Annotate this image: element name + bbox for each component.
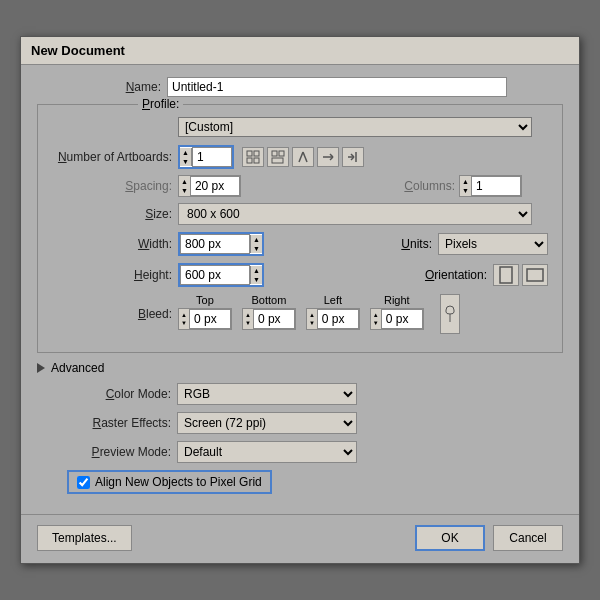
svg-rect-2	[247, 158, 252, 163]
spacing-row: Spacing: ▲ ▼ Columns: ▲ ▼	[48, 175, 552, 197]
height-up[interactable]: ▲	[251, 266, 262, 275]
bleed-top-down[interactable]: ▼	[179, 319, 189, 327]
bleed-left-spinner: ▲ ▼	[306, 308, 360, 330]
width-down[interactable]: ▼	[251, 244, 262, 253]
artboards-up-arrow[interactable]: ▲	[180, 148, 191, 157]
bleed-top-value[interactable]	[189, 309, 231, 329]
orientation-label: Orientation:	[413, 268, 493, 282]
name-label: Name:	[37, 80, 167, 94]
bleed-label: Bleed:	[48, 307, 178, 321]
bleed-right-up[interactable]: ▲	[371, 311, 381, 319]
width-value[interactable]	[180, 234, 250, 254]
bleed-left-item: Left ▲ ▼	[306, 294, 360, 334]
bleed-bottom-spinner: ▲ ▼	[242, 308, 296, 330]
color-mode-select[interactable]: RGB	[177, 383, 357, 405]
grid-icon-3[interactable]	[292, 147, 314, 167]
advanced-section: Advanced Color Mode: RGB Raster Effects:…	[37, 361, 563, 494]
bleed-top-up[interactable]: ▲	[179, 311, 189, 319]
pixel-grid-label[interactable]: Align New Objects to Pixel Grid	[95, 475, 262, 489]
templates-button[interactable]: Templates...	[37, 525, 132, 551]
columns-spinner-btn[interactable]: ▲ ▼	[460, 177, 471, 195]
profile-select[interactable]: [Custom]	[178, 117, 532, 137]
cancel-button[interactable]: Cancel	[493, 525, 563, 551]
bleed-left-label: Left	[324, 294, 342, 306]
grid-icon-4[interactable]	[317, 147, 339, 167]
height-value[interactable]	[180, 265, 250, 285]
bleed-bottom-btn[interactable]: ▲ ▼	[243, 311, 253, 327]
artboards-value[interactable]	[192, 147, 232, 167]
portrait-btn[interactable]	[493, 264, 519, 286]
svg-rect-17	[527, 269, 543, 281]
bleed-right-value[interactable]	[381, 309, 423, 329]
bleed-left-up[interactable]: ▲	[307, 311, 317, 319]
spacing-label: Spacing:	[48, 179, 178, 193]
bleed-bottom-label: Bottom	[252, 294, 287, 306]
height-row: Height: ▲ ▼ Orientation:	[48, 263, 552, 287]
svg-rect-16	[500, 267, 512, 283]
bleed-left-value[interactable]	[317, 309, 359, 329]
width-spinner-btn[interactable]: ▲ ▼	[250, 235, 262, 253]
dialog-buttons: Templates... OK Cancel	[21, 514, 579, 563]
height-spinner-btn[interactable]: ▲ ▼	[250, 266, 262, 284]
ok-button[interactable]: OK	[415, 525, 485, 551]
grid-icon-1[interactable]	[242, 147, 264, 167]
name-input[interactable]	[167, 77, 507, 97]
bleed-right-label: Right	[384, 294, 410, 306]
pixel-grid-wrap: Align New Objects to Pixel Grid	[67, 470, 272, 494]
bleed-bottom-up[interactable]: ▲	[243, 311, 253, 319]
bleed-right-spinner: ▲ ▼	[370, 308, 424, 330]
bleed-link-btn[interactable]	[440, 294, 460, 334]
bleed-right-item: Right ▲ ▼	[370, 294, 424, 334]
preview-mode-label: Preview Mode:	[57, 445, 177, 459]
units-select[interactable]: Pixels	[438, 233, 548, 255]
pixel-grid-checkbox[interactable]	[77, 476, 90, 489]
pixel-grid-row: Align New Objects to Pixel Grid	[57, 470, 563, 494]
advanced-triangle	[37, 363, 45, 373]
color-mode-label: Color Mode:	[57, 387, 177, 401]
raster-effects-select[interactable]: Screen (72 ppi)	[177, 412, 357, 434]
spacing-down[interactable]: ▼	[179, 186, 190, 195]
columns-value[interactable]	[471, 176, 521, 196]
artboards-spinner: ▲ ▼	[178, 145, 234, 169]
bleed-group: Top ▲ ▼ Bottom	[178, 294, 460, 334]
profile-row: [Custom]	[48, 117, 552, 137]
bleed-top-label: Top	[196, 294, 214, 306]
advanced-header[interactable]: Advanced	[37, 361, 563, 375]
orientation-icons	[493, 264, 548, 286]
size-row: Size: 800 x 600	[48, 203, 552, 225]
svg-line-8	[303, 152, 307, 162]
spacing-up[interactable]: ▲	[179, 177, 190, 186]
profile-label: Profile:	[142, 97, 179, 111]
columns-up[interactable]: ▲	[460, 177, 471, 186]
bleed-right-down[interactable]: ▼	[371, 319, 381, 327]
columns-spinner: ▲ ▼	[459, 175, 522, 197]
bleed-bottom-down[interactable]: ▼	[243, 319, 253, 327]
grid-icon-5[interactable]	[342, 147, 364, 167]
bleed-top-item: Top ▲ ▼	[178, 294, 232, 334]
grid-icon-2[interactable]	[267, 147, 289, 167]
svg-rect-5	[279, 151, 284, 156]
landscape-btn[interactable]	[522, 264, 548, 286]
artboards-down-arrow[interactable]: ▼	[180, 157, 191, 166]
name-row: Name:	[37, 77, 563, 97]
height-down[interactable]: ▼	[251, 275, 262, 284]
columns-label: Columns:	[399, 179, 459, 193]
units-label: Units:	[388, 237, 438, 251]
spacing-spinner-btn[interactable]: ▲ ▼	[179, 177, 190, 195]
svg-line-7	[299, 152, 303, 162]
bleed-labels: Top ▲ ▼ Bottom	[178, 294, 460, 334]
spacing-spinner: ▲ ▼	[178, 175, 241, 197]
columns-down[interactable]: ▼	[460, 186, 471, 195]
preview-mode-select[interactable]: Default	[177, 441, 357, 463]
profile-legend: Profile:	[138, 97, 183, 111]
bleed-bottom-value[interactable]	[253, 309, 295, 329]
bleed-right-btn[interactable]: ▲ ▼	[371, 311, 381, 327]
bleed-top-btn[interactable]: ▲ ▼	[179, 311, 189, 327]
spacing-value[interactable]	[190, 176, 240, 196]
artboards-spinner-btn[interactable]: ▲ ▼	[180, 148, 192, 166]
width-up[interactable]: ▲	[251, 235, 262, 244]
size-select[interactable]: 800 x 600	[178, 203, 532, 225]
bleed-left-btn[interactable]: ▲ ▼	[307, 311, 317, 327]
artboards-label: Number of Artboards:	[48, 150, 178, 164]
bleed-left-down[interactable]: ▼	[307, 319, 317, 327]
